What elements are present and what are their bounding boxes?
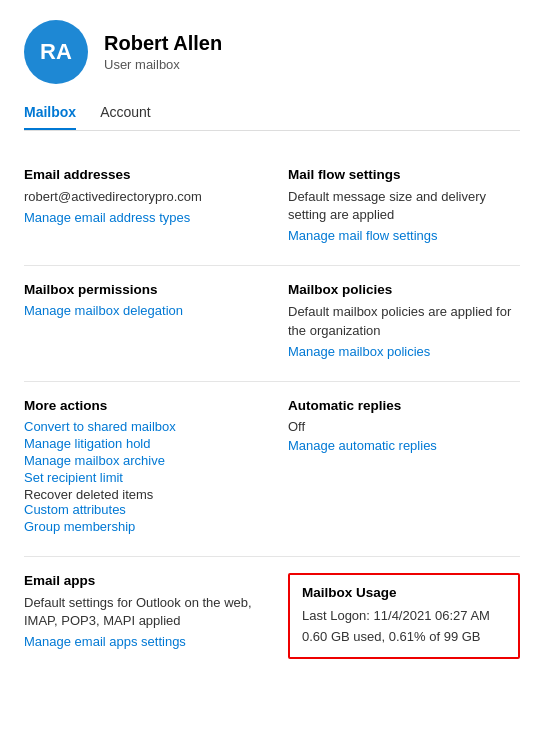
manage-litigation-hold-link[interactable]: Manage litigation hold <box>24 436 252 451</box>
profile-info: Robert Allen User mailbox <box>104 32 222 72</box>
manage-mailbox-archive-link[interactable]: Manage mailbox archive <box>24 453 252 468</box>
manage-mail-flow-link[interactable]: Manage mail flow settings <box>288 228 520 243</box>
email-apps-description: Default settings for Outlook on the web,… <box>24 594 252 630</box>
more-actions-title: More actions <box>24 398 252 413</box>
content-grid: Email addresses robert@activedirectorypr… <box>24 155 520 675</box>
group-membership-link[interactable]: Group membership <box>24 519 252 534</box>
tab-bar: Mailbox Account <box>24 104 520 131</box>
email-apps-title: Email apps <box>24 573 252 588</box>
mailbox-usage-last-logon: Last Logon: 11/4/2021 06:27 AM <box>302 606 506 627</box>
email-addresses-title: Email addresses <box>24 167 252 182</box>
email-addresses-section: Email addresses robert@activedirectorypr… <box>24 155 272 261</box>
mailbox-usage-title: Mailbox Usage <box>302 585 506 600</box>
convert-shared-mailbox-link[interactable]: Convert to shared mailbox <box>24 419 252 434</box>
automatic-replies-title: Automatic replies <box>288 398 520 413</box>
more-actions-links: Convert to shared mailbox Manage litigat… <box>24 419 252 534</box>
mailbox-usage-box: Mailbox Usage Last Logon: 11/4/2021 06:2… <box>288 573 520 660</box>
mailbox-policies-description: Default mailbox policies are applied for… <box>288 303 520 339</box>
manage-mailbox-policies-link[interactable]: Manage mailbox policies <box>288 344 520 359</box>
avatar: RA <box>24 20 88 84</box>
mailbox-usage-section: Mailbox Usage Last Logon: 11/4/2021 06:2… <box>272 561 520 676</box>
automatic-replies-section: Automatic replies Off Manage automatic r… <box>272 386 520 552</box>
mail-flow-description: Default message size and delivery settin… <box>288 188 520 224</box>
mail-flow-section: Mail flow settings Default message size … <box>272 155 520 261</box>
manage-email-apps-link[interactable]: Manage email apps settings <box>24 634 252 649</box>
manage-mailbox-delegation-link[interactable]: Manage mailbox delegation <box>24 303 252 318</box>
manage-automatic-replies-link[interactable]: Manage automatic replies <box>288 438 520 453</box>
mailbox-permissions-title: Mailbox permissions <box>24 282 252 297</box>
set-recipient-row: Set recipient limit Recover deleted item… <box>24 470 252 502</box>
automatic-replies-status: Off <box>288 419 520 434</box>
divider-3 <box>24 556 520 557</box>
profile-name: Robert Allen <box>104 32 222 55</box>
manage-email-address-types-link[interactable]: Manage email address types <box>24 210 252 225</box>
custom-attributes-link[interactable]: Custom attributes <box>24 502 252 517</box>
mailbox-policies-title: Mailbox policies <box>288 282 520 297</box>
mailbox-policies-section: Mailbox policies Default mailbox policie… <box>272 270 520 376</box>
email-apps-section: Email apps Default settings for Outlook … <box>24 561 272 676</box>
more-actions-section: More actions Convert to shared mailbox M… <box>24 386 272 552</box>
profile-type: User mailbox <box>104 57 222 72</box>
tab-mailbox[interactable]: Mailbox <box>24 104 76 130</box>
divider-1 <box>24 265 520 266</box>
set-recipient-limit-link[interactable]: Set recipient limit <box>24 470 123 485</box>
mail-flow-title: Mail flow settings <box>288 167 520 182</box>
mailbox-permissions-section: Mailbox permissions Manage mailbox deleg… <box>24 270 272 376</box>
profile-header: RA Robert Allen User mailbox <box>24 20 520 84</box>
recover-deleted-items-link[interactable]: Recover deleted items <box>24 487 153 502</box>
tab-account[interactable]: Account <box>100 104 151 130</box>
email-address-value: robert@activedirectorypro.com <box>24 188 252 206</box>
divider-2 <box>24 381 520 382</box>
mailbox-usage-size: 0.60 GB used, 0.61% of 99 GB <box>302 627 506 648</box>
